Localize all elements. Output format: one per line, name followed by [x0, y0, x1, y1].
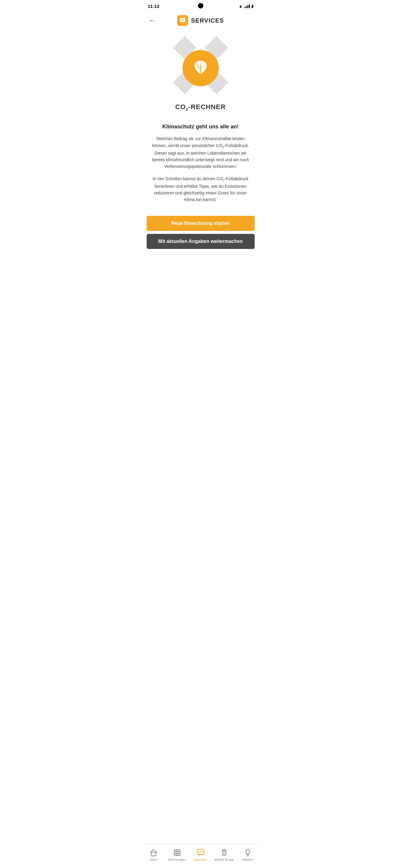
- status-icons: ▲ ▮: [239, 4, 254, 8]
- svg-point-2: [182, 19, 183, 20]
- back-arrow-icon: ←: [149, 17, 155, 24]
- signal-bars: [245, 4, 250, 8]
- leaf-icon: [192, 59, 210, 77]
- back-button[interactable]: ←: [147, 15, 157, 26]
- weitermachen-button[interactable]: Mit aktuellen Angaben weitermachen: [147, 234, 255, 249]
- header-title: SERVICES: [191, 17, 224, 24]
- header-content: SERVICES: [177, 15, 224, 26]
- spacer: [142, 255, 259, 273]
- co2-logo: [168, 35, 234, 101]
- camera-pill: [198, 3, 203, 8]
- content-paragraph-2: In vier Schritten kannst du deinen CO2-F…: [149, 176, 252, 203]
- status-bar: 11:13 ▲ ▮: [142, 0, 259, 12]
- svg-point-3: [183, 19, 184, 20]
- content-headline: Klimaschutz geht uns alle an!: [149, 124, 252, 130]
- buttons-section: Neue Berechnung starten Mit aktuellen An…: [142, 215, 259, 255]
- svg-point-1: [181, 19, 182, 20]
- status-time: 11:13: [148, 4, 159, 9]
- services-header-icon: [177, 15, 188, 26]
- header: ← SERVICES: [142, 12, 259, 29]
- hero-section: CO2-RECHNER: [142, 29, 259, 115]
- content-section: Klimaschutz geht uns alle an! Welchen Be…: [142, 115, 259, 214]
- neue-berechnung-button[interactable]: Neue Berechnung starten: [147, 216, 255, 231]
- battery-icon: ▮: [251, 4, 254, 8]
- orange-circle: [182, 50, 219, 86]
- co2-rechner-label: CO2-RECHNER: [175, 103, 226, 112]
- services-icon: [179, 17, 186, 24]
- wifi-icon: ▲: [239, 4, 243, 8]
- content-paragraph-1: Welchen Beitrag wir zur Klimaneutralität…: [149, 135, 252, 170]
